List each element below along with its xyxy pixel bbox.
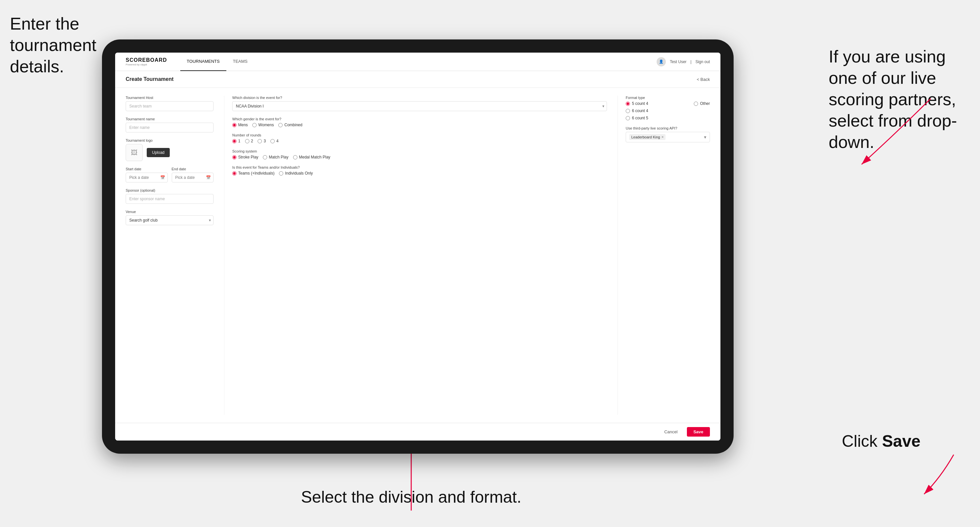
form-group-name: Tournament name <box>126 117 213 132</box>
livescoring-tag: Leaderboard King × <box>629 134 665 140</box>
rounds-1[interactable]: 1 <box>232 139 240 143</box>
format-label: Format type <box>626 96 710 100</box>
logo-upload-area: 🖼 Upload <box>126 144 213 161</box>
form-col-left: Tournament Host Tournament name Tourname… <box>126 96 224 415</box>
annotation-bottom-center: Select the division and format. <box>296 487 527 508</box>
form-group-host: Tournament Host <box>126 96 213 111</box>
host-label: Tournament Host <box>126 96 213 100</box>
division-label: Which division is the event for? <box>232 96 607 100</box>
end-date-input[interactable] <box>172 173 214 183</box>
form-group-livescoring: Use third-party live scoring API? Leader… <box>626 126 710 142</box>
form-grid: Tournament Host Tournament name Tourname… <box>115 88 721 423</box>
name-label: Tournament name <box>126 117 213 121</box>
logo-sub: Powered by clippit <box>126 63 167 66</box>
logo-placeholder: 🖼 <box>126 144 143 161</box>
rounds-3[interactable]: 3 <box>258 139 266 143</box>
nav-right: 👤 Test User | Sign out <box>657 57 710 67</box>
nav-tab-tournaments[interactable]: TOURNAMENTS <box>180 52 226 71</box>
logo-area: SCOREBOARD Powered by clippit <box>126 57 167 66</box>
livescoring-select[interactable]: Leaderboard King × ▾ <box>626 132 710 142</box>
scoring-radio-group: Stroke Play Match Play Medal Match Play <box>232 155 607 159</box>
form-group-scoring: Scoring system Stroke Play Match Play <box>232 149 607 159</box>
rounds-4[interactable]: 4 <box>270 139 278 143</box>
nav-tabs: TOURNAMENTS TEAMS <box>180 52 254 71</box>
form-footer: Cancel Save <box>115 423 721 441</box>
form-group-gender: Which gender is the event for? Mens Wome… <box>232 117 607 127</box>
livescoring-label: Use third-party live scoring API? <box>626 126 710 130</box>
logo-text: SCOREBOARD <box>126 57 167 63</box>
form-area: Tournament Host Tournament name Tourname… <box>115 88 721 423</box>
gender-label: Which gender is the event for? <box>232 117 607 121</box>
gender-mens[interactable]: Mens <box>232 123 248 127</box>
scoring-label: Scoring system <box>232 149 607 153</box>
cancel-button[interactable]: Cancel <box>659 427 682 437</box>
scoring-stroke[interactable]: Stroke Play <box>232 155 258 159</box>
gender-womens[interactable]: Womens <box>252 123 274 127</box>
host-input[interactable] <box>126 101 213 111</box>
division-select-wrapper: NCAA Division I <box>232 101 607 111</box>
form-group-division: Which division is the event for? NCAA Di… <box>232 96 607 111</box>
teams-label: Is this event for Teams and/or Individua… <box>232 165 607 169</box>
logo-label: Tournament logo <box>126 138 213 142</box>
upload-button[interactable]: Upload <box>147 148 170 157</box>
user-avatar: 👤 <box>657 57 666 67</box>
save-button[interactable]: Save <box>687 427 710 437</box>
tablet-frame: SCOREBOARD Powered by clippit TOURNAMENT… <box>102 40 733 454</box>
gender-combined[interactable]: Combined <box>278 123 302 127</box>
venue-label: Venue <box>126 210 213 214</box>
form-group-logo: Tournament logo 🖼 Upload <box>126 138 213 161</box>
navbar: SCOREBOARD Powered by clippit TOURNAMENT… <box>115 52 721 71</box>
start-date-group: Start date <box>126 167 168 183</box>
venue-select[interactable]: Search golf club <box>126 215 213 225</box>
back-button[interactable]: < Back <box>697 77 710 82</box>
form-group-sponsor: Sponsor (optional) <box>126 188 213 204</box>
gender-radio-group: Mens Womens Combined <box>232 123 607 127</box>
user-name: Test User <box>670 59 687 64</box>
nav-tab-teams[interactable]: TEAMS <box>226 52 254 71</box>
scoring-match[interactable]: Match Play <box>263 155 288 159</box>
rounds-2[interactable]: 2 <box>245 139 253 143</box>
format-type-row: 5 count 4 6 count 4 6 count 5 <box>626 101 710 120</box>
sponsor-label: Sponsor (optional) <box>126 188 213 192</box>
start-date-wrapper <box>126 173 168 183</box>
page-title: Create Tournament <box>126 76 174 82</box>
rounds-radio-group: 1 2 3 4 <box>232 139 607 143</box>
annotation-bottom-right: Click Save <box>842 431 974 452</box>
name-input[interactable] <box>126 123 213 132</box>
format-6count5[interactable]: 6 count 5 <box>626 116 648 120</box>
form-group-format: Format type 5 count 4 6 count 4 <box>626 96 710 120</box>
division-select[interactable]: NCAA Division I <box>232 101 607 111</box>
livescoring-tag-remove[interactable]: × <box>661 135 663 140</box>
scoring-medal[interactable]: Medal Match Play <box>293 155 330 159</box>
end-date-group: End date <box>172 167 214 183</box>
livescoring-chevron-icon: ▾ <box>704 135 706 140</box>
rounds-label: Number of rounds <box>232 133 607 137</box>
sponsor-input[interactable] <box>126 194 213 204</box>
format-5count4[interactable]: 5 count 4 <box>626 101 648 106</box>
format-6count4[interactable]: 6 count 4 <box>626 108 648 113</box>
format-col-left: 5 count 4 6 count 4 6 count 5 <box>626 101 648 120</box>
format-other[interactable]: Other <box>694 101 710 106</box>
teams-option[interactable]: Teams (+Individuals) <box>232 171 274 176</box>
teams-radio-group: Teams (+Individuals) Individuals Only <box>232 171 607 176</box>
nav-separator: | <box>690 59 692 64</box>
start-date-label: Start date <box>126 167 168 171</box>
end-date-wrapper <box>172 173 214 183</box>
form-group-teams: Is this event for Teams and/or Individua… <box>232 165 607 176</box>
venue-select-wrapper: Search golf club <box>126 215 213 225</box>
sign-out-link[interactable]: Sign out <box>695 59 710 64</box>
annotation-top-right: If you are using one of our live scoring… <box>829 46 974 153</box>
start-date-input[interactable] <box>126 173 168 183</box>
end-date-label: End date <box>172 167 214 171</box>
date-row: Start date End date <box>126 167 213 183</box>
page-header: Create Tournament < Back <box>115 71 721 88</box>
form-col-middle: Which division is the event for? NCAA Di… <box>224 96 618 415</box>
form-group-venue: Venue Search golf club <box>126 210 213 225</box>
tablet-screen: SCOREBOARD Powered by clippit TOURNAMENT… <box>115 52 721 441</box>
format-col-right: Other <box>694 101 710 106</box>
form-col-right: Format type 5 count 4 6 count 4 <box>618 96 710 415</box>
individuals-option[interactable]: Individuals Only <box>279 171 313 176</box>
form-group-rounds: Number of rounds 1 2 <box>232 133 607 143</box>
form-group-dates: Start date End date <box>126 167 213 183</box>
